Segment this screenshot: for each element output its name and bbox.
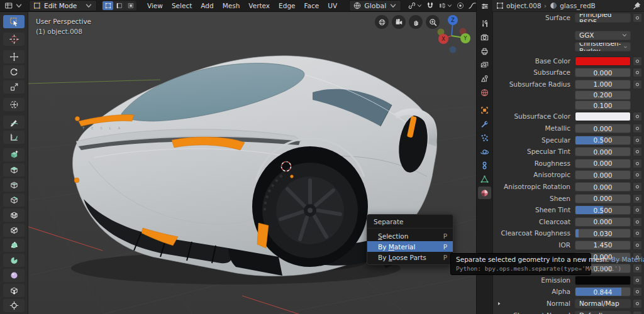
slider-specular[interactable]: 0.500 — [575, 136, 631, 145]
color-swatch-emission[interactable] — [575, 276, 631, 285]
tool-smooth[interactable] — [3, 269, 25, 282]
node-socket-button[interactable] — [633, 124, 642, 133]
input-clearcoat-normal[interactable]: Default — [575, 311, 631, 314]
surface-shader-button[interactable]: Principled BSDF — [575, 13, 631, 23]
properties-tab-data[interactable] — [478, 173, 491, 185]
tool-extrude-region[interactable] — [3, 163, 25, 176]
select-mode-vertex[interactable] — [103, 1, 113, 10]
color-swatch-subsurface-color[interactable] — [575, 112, 631, 121]
viewport-canvas[interactable]: T E S L A — [28, 12, 476, 314]
node-socket-button[interactable] — [633, 182, 642, 192]
properties-tab-scene[interactable] — [478, 72, 491, 85]
properties-tab-constraints[interactable] — [478, 159, 491, 171]
input-normal[interactable]: Normal/Map — [575, 299, 631, 308]
snap-toggle-button[interactable] — [425, 1, 436, 11]
node-socket-button[interactable] — [633, 147, 642, 156]
menu-vertex[interactable]: Vertex — [244, 1, 274, 11]
menu-uv[interactable]: UV — [323, 1, 341, 11]
slider-anisotropic-rotation[interactable]: 0.000 — [575, 182, 631, 192]
properties-tab-modifiers[interactable] — [478, 117, 491, 130]
transform-orientation-dropdown[interactable]: Global — [349, 0, 401, 11]
value-field[interactable]: 0.200 — [575, 90, 631, 100]
breadcrumb-object[interactable]: object.008 — [506, 2, 541, 9]
tool-scale[interactable] — [3, 80, 25, 94]
node-socket-button[interactable] — [633, 57, 642, 66]
properties-tab-particles[interactable] — [478, 131, 491, 144]
slider-clearcoat[interactable]: 0.000 — [575, 217, 631, 227]
node-socket-button[interactable] — [633, 276, 642, 285]
node-socket-button[interactable] — [633, 205, 642, 215]
tool-inset-faces[interactable] — [3, 178, 25, 192]
properties-editor-type-button[interactable] — [480, 2, 489, 11]
breadcrumb-material[interactable]: glass_redB — [560, 2, 596, 9]
slider-ior[interactable]: 1.450 — [575, 241, 631, 250]
tool-add-cube[interactable] — [3, 148, 25, 161]
node-socket-button[interactable] — [633, 241, 642, 250]
slider-alpha[interactable]: 0.844 — [575, 287, 631, 296]
tool-poly-build[interactable] — [3, 239, 25, 252]
node-socket-button[interactable] — [633, 287, 642, 296]
node-socket-button[interactable] — [633, 112, 642, 121]
properties-tab-object[interactable] — [478, 104, 491, 116]
value-field[interactable]: 0.100 — [575, 100, 631, 110]
slider-subsurface[interactable]: 0.000 — [575, 68, 631, 77]
tool-annotate[interactable] — [3, 116, 25, 129]
properties-tab-tool[interactable] — [478, 17, 491, 30]
node-socket-button[interactable] — [633, 80, 642, 89]
mirror-button[interactable] — [436, 1, 454, 11]
gizmo-neg-z[interactable] — [450, 46, 457, 53]
menu-add[interactable]: Add — [196, 1, 218, 11]
slider-metallic[interactable]: 0.000 — [575, 124, 631, 133]
menu-item-by-loose-parts[interactable]: By Loose PartsP — [367, 252, 453, 263]
menu-item-by-material[interactable]: By MaterialP — [367, 241, 453, 252]
navigation-gizmo[interactable]: Z X Y — [423, 12, 476, 65]
node-socket-button[interactable] — [633, 311, 642, 314]
viewport-3d[interactable]: T E S L A User Perspective (1) object.00… — [28, 12, 476, 314]
slider-anisotropic[interactable]: 0.000 — [575, 170, 631, 180]
snap-target-button[interactable] — [406, 1, 424, 11]
slider-roughness[interactable]: 0.000 — [575, 159, 631, 168]
node-socket-button[interactable] — [633, 229, 642, 238]
node-socket-button[interactable] — [633, 194, 642, 203]
node-socket-button[interactable] — [633, 299, 642, 308]
node-socket-button[interactable] — [633, 170, 642, 180]
value-field[interactable]: 1.000 — [575, 80, 631, 89]
node-socket-button[interactable] — [633, 217, 642, 227]
menu-mesh[interactable]: Mesh — [218, 1, 245, 11]
tool-move[interactable] — [3, 50, 25, 63]
tool-spin[interactable] — [3, 254, 25, 267]
menu-edge[interactable]: Edge — [274, 1, 299, 11]
menu-view[interactable]: View — [143, 1, 167, 11]
pin-button[interactable] — [633, 1, 641, 10]
menu-item-selection[interactable]: SelectionP — [367, 230, 453, 241]
properties-tab-world[interactable] — [478, 86, 491, 99]
slider-sheen[interactable]: 0.000 — [575, 194, 631, 203]
camera-view-button[interactable] — [392, 15, 406, 29]
perspective-toggle-button[interactable] — [375, 15, 389, 29]
node-socket-button[interactable] — [633, 68, 642, 77]
tool-measure[interactable] — [3, 131, 25, 144]
properties-tab-material[interactable] — [478, 187, 491, 199]
slider-clearcoat-roughness[interactable]: 0.030 — [575, 229, 631, 238]
tool-transform[interactable] — [3, 98, 25, 111]
node-socket-button[interactable] — [633, 264, 642, 273]
tool-shrink-fatten[interactable] — [3, 299, 25, 312]
pan-view-button[interactable] — [409, 15, 423, 29]
menu-face[interactable]: Face — [300, 1, 324, 11]
dropdown-christensen-burley[interactable]: Christensen-Burley — [575, 42, 631, 51]
properties-tab-viewlayer[interactable] — [478, 58, 491, 71]
tool-loop-cut[interactable] — [3, 208, 25, 222]
tool-bevel[interactable] — [3, 193, 25, 207]
color-swatch-base-color[interactable] — [575, 57, 631, 66]
expand-toggle[interactable] — [496, 301, 502, 306]
properties-tab-physics[interactable] — [478, 145, 491, 158]
tool-cursor[interactable] — [3, 33, 25, 46]
node-socket-button[interactable] — [633, 136, 642, 145]
slider-sheen-tint[interactable]: 0.500 — [575, 205, 631, 215]
select-mode-edge[interactable] — [114, 1, 125, 10]
select-mode-face[interactable] — [125, 1, 136, 10]
node-socket-button[interactable] — [633, 13, 642, 23]
dropdown-ggx[interactable]: GGX — [575, 31, 631, 40]
tool-select-box[interactable] — [3, 15, 25, 28]
properties-tab-output[interactable] — [478, 45, 491, 57]
